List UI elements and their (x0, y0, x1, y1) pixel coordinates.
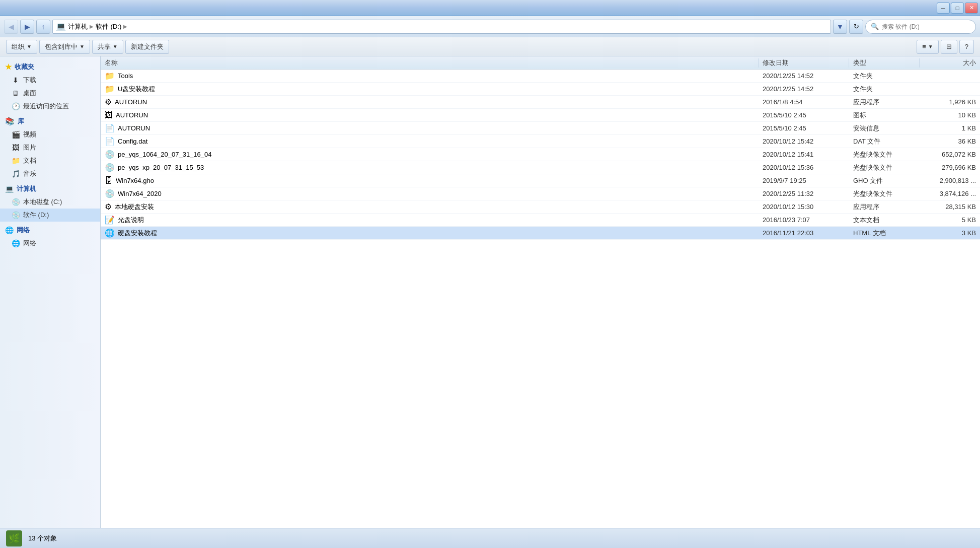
breadcrumb[interactable]: 💻 计算机 ▶ 软件 (D:) ▶ (52, 20, 831, 34)
sidebar-network-header[interactable]: 🌐 网络 (0, 224, 100, 237)
pane-button[interactable]: ⊟ (941, 40, 957, 54)
software-d-label: 软件 (D:) (23, 211, 49, 220)
close-button[interactable]: ✕ (965, 3, 978, 14)
forward-button[interactable]: ▶ (20, 20, 34, 34)
network-item-label: 网络 (23, 239, 36, 248)
file-name-text: 硬盘安装教程 (118, 229, 157, 238)
table-row[interactable]: 🌐 硬盘安装教程 2016/11/21 22:03 HTML 文档 3 KB (101, 227, 980, 240)
search-input[interactable] (882, 23, 970, 30)
sidebar-computer-header[interactable]: 💻 计算机 (0, 182, 100, 195)
sidebar-network-section: 🌐 网络 🌐 网络 (0, 224, 100, 250)
download-icon: ⬇ (11, 76, 20, 85)
sidebar-favorites-header[interactable]: ★ 收藏夹 (0, 60, 100, 74)
file-name-text: AUTORUN (116, 111, 148, 119)
share-button[interactable]: 共享 ▼ (92, 40, 123, 54)
sidebar-item-software-d[interactable]: 💿 软件 (D:) (0, 209, 100, 222)
desktop-label: 桌面 (23, 89, 36, 98)
file-date-cell: 2020/12/25 14:52 (759, 85, 849, 93)
file-size-cell: 5 KB (920, 216, 980, 224)
file-type-icon: 🗄 (105, 176, 113, 185)
main-area: ★ 收藏夹 ⬇ 下载 🖥 桌面 🕐 最近访问的位置 (0, 56, 980, 528)
file-type-cell: 文件夹 (849, 72, 920, 81)
file-name-text: pe_yqs_xp_20_07_31_15_53 (118, 164, 204, 171)
sidebar-item-local-disk-c[interactable]: 💿 本地磁盘 (C:) (0, 195, 100, 209)
file-list[interactable]: 名称 修改日期 类型 大小 📁 Tools 2020/12/25 14:52 文… (101, 56, 980, 528)
file-size-cell: 28,315 KB (920, 203, 980, 211)
breadcrumb-end-arrow: ▶ (123, 24, 127, 29)
sidebar-item-documents[interactable]: 📁 文档 (0, 154, 100, 167)
file-name-cell: 🖼 AUTORUN (101, 111, 759, 120)
file-name-cell: 💿 pe_yqs_xp_20_07_31_15_53 (101, 163, 759, 172)
sidebar-item-recent[interactable]: 🕐 最近访问的位置 (0, 100, 100, 113)
minimize-button[interactable]: ─ (937, 3, 950, 14)
table-row[interactable]: ⚙ AUTORUN 2016/1/8 4:54 应用程序 1,926 KB (101, 96, 980, 109)
library-label: 库 (18, 117, 24, 126)
sidebar-item-download[interactable]: ⬇ 下载 (0, 74, 100, 87)
file-type-cell: 安装信息 (849, 124, 920, 133)
star-icon: ★ (5, 62, 12, 72)
file-type-cell: 应用程序 (849, 98, 920, 107)
file-name-cell: 📁 U盘安装教程 (101, 84, 759, 94)
sidebar-item-pictures[interactable]: 🖼 图片 (0, 141, 100, 154)
pictures-icon: 🖼 (11, 143, 20, 152)
file-type-icon: 💿 (105, 150, 115, 159)
file-date-cell: 2020/12/25 11:32 (759, 190, 849, 197)
file-name-cell: 🗄 Win7x64.gho (101, 176, 759, 185)
table-row[interactable]: 📁 U盘安装教程 2020/12/25 14:52 文件夹 (101, 83, 980, 96)
file-type-cell: HTML 文档 (849, 229, 920, 238)
column-name[interactable]: 名称 (101, 58, 759, 67)
file-date-cell: 2020/10/12 15:30 (759, 203, 849, 211)
up-button[interactable]: ↑ (36, 20, 50, 34)
help-icon: ? (965, 43, 968, 50)
search-icon: 🔍 (871, 23, 879, 30)
file-type-icon: 📝 (105, 215, 115, 225)
file-size-cell: 652,072 KB (920, 151, 980, 158)
new-folder-button[interactable]: 新建文件夹 (125, 40, 169, 54)
sidebar-item-network[interactable]: 🌐 网络 (0, 237, 100, 250)
file-name-cell: 🌐 硬盘安装教程 (101, 228, 759, 238)
column-type[interactable]: 类型 (849, 58, 920, 67)
table-row[interactable]: 💿 pe_yqs_1064_20_07_31_16_04 2020/10/12 … (101, 148, 980, 161)
organize-button[interactable]: 组织 ▼ (6, 40, 37, 54)
file-name-text: 光盘说明 (118, 216, 144, 225)
file-type-cell: 光盘映像文件 (849, 150, 920, 159)
table-row[interactable]: 📄 Config.dat 2020/10/12 15:42 DAT 文件 36 … (101, 135, 980, 148)
table-row[interactable]: 🖼 AUTORUN 2015/5/10 2:45 图标 10 KB (101, 109, 980, 122)
sidebar-item-video[interactable]: 🎬 视频 (0, 128, 100, 141)
maximize-button[interactable]: □ (951, 3, 964, 14)
table-row[interactable]: 📄 AUTORUN 2015/5/10 2:45 安装信息 1 KB (101, 122, 980, 135)
file-type-icon: 🖼 (105, 111, 113, 120)
search-bar[interactable]: 🔍 (865, 20, 976, 34)
sidebar-item-music[interactable]: 🎵 音乐 (0, 167, 100, 180)
table-row[interactable]: ⚙ 本地硬盘安装 2020/10/12 15:30 应用程序 28,315 KB (101, 200, 980, 214)
table-row[interactable]: 🗄 Win7x64.gho 2019/9/7 19:25 GHO 文件 2,90… (101, 174, 980, 187)
dropdown-button[interactable]: ▼ (833, 20, 847, 34)
view-arrow: ▼ (928, 44, 933, 49)
breadcrumb-icon: 💻 (56, 22, 66, 31)
column-size[interactable]: 大小 (920, 58, 980, 67)
breadcrumb-computer[interactable]: 计算机 (68, 22, 88, 31)
file-name-cell: 📁 Tools (101, 71, 759, 81)
table-row[interactable]: 💿 Win7x64_2020 2020/12/25 11:32 光盘映像文件 3… (101, 187, 980, 200)
view-button[interactable]: ≡ ▼ (917, 40, 939, 54)
sidebar-library-section: 📚 库 🎬 视频 🖼 图片 📁 文档 (0, 115, 100, 180)
file-name-text: U盘安装教程 (118, 85, 155, 94)
file-type-icon: ⚙ (105, 97, 112, 107)
table-row[interactable]: 💿 pe_yqs_xp_20_07_31_15_53 2020/10/12 15… (101, 161, 980, 174)
file-size-cell: 279,696 KB (920, 164, 980, 171)
file-date-cell: 2015/5/10 2:45 (759, 111, 849, 119)
breadcrumb-drive[interactable]: 软件 (D:) (96, 22, 121, 31)
sidebar-library-header[interactable]: 📚 库 (0, 115, 100, 128)
back-button[interactable]: ◀ (4, 20, 18, 34)
column-date[interactable]: 修改日期 (759, 58, 849, 67)
refresh-button[interactable]: ↻ (849, 20, 863, 34)
help-button[interactable]: ? (959, 40, 974, 54)
network-label: 网络 (17, 226, 30, 235)
file-type-cell: 应用程序 (849, 202, 920, 212)
add-to-library-button[interactable]: 包含到库中 ▼ (39, 40, 90, 54)
sidebar-favorites-section: ★ 收藏夹 ⬇ 下载 🖥 桌面 🕐 最近访问的位置 (0, 60, 100, 113)
sidebar-item-desktop[interactable]: 🖥 桌面 (0, 87, 100, 100)
table-row[interactable]: 📝 光盘说明 2016/10/23 7:07 文本文档 5 KB (101, 214, 980, 227)
table-row[interactable]: 📁 Tools 2020/12/25 14:52 文件夹 (101, 70, 980, 83)
view-icon: ≡ (922, 43, 926, 50)
